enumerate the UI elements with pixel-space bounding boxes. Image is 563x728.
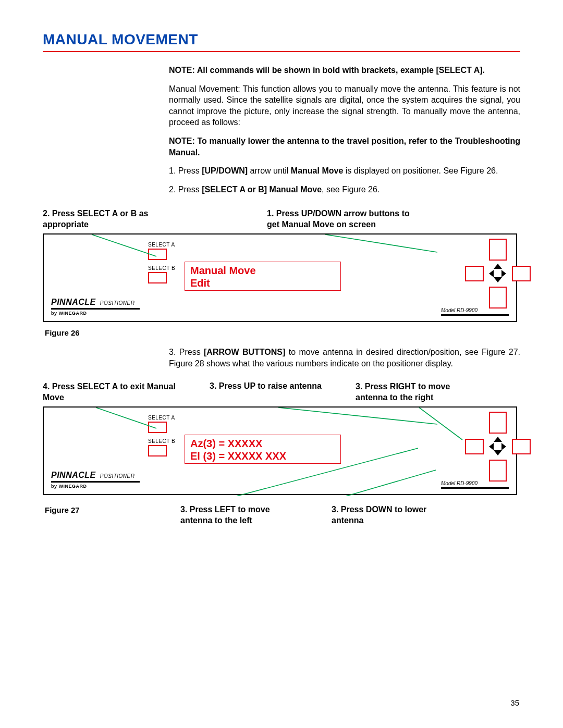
callout-left-move: 3. Press LEFT to move antenna to the lef…: [180, 504, 285, 526]
arrow-right-button-2[interactable]: [512, 439, 531, 454]
model-block: Model RD-9900: [441, 307, 509, 316]
svg-line-6: [346, 470, 436, 496]
model-block-2: Model RD-9900: [441, 480, 509, 489]
lcd-display-2: Az(3) = XXXXX El (3) = XXXXX XXX: [185, 435, 341, 464]
note1-suffix: .: [483, 66, 485, 75]
step3-a: 3. Press: [169, 348, 204, 356]
note1-prefix: NOTE: All commands will be shown in bold…: [169, 66, 436, 75]
model-label-2: Model RD-9900: [441, 480, 478, 486]
step2-c: , see Figure 26.: [322, 185, 380, 194]
lcd-line1: Manual Move: [190, 264, 335, 277]
note1-cmd: [SELECT A]: [436, 66, 482, 75]
step1-a: 1. Press: [169, 166, 202, 175]
step2-b: [SELECT A or B] Manual Move: [202, 185, 322, 194]
figure-27-label: Figure 27: [45, 505, 180, 514]
arrow-up-button[interactable]: [489, 239, 507, 261]
step2-a: 2. Press: [169, 185, 202, 194]
step-1: 1. Press [UP/DOWN] arrow until Manual Mo…: [169, 165, 520, 177]
title-rule: [43, 51, 520, 52]
page-number: 35: [510, 698, 519, 707]
arrow-diamond-icon-2: [490, 437, 506, 455]
step1-b: [UP/DOWN]: [202, 166, 248, 175]
step-3: 3. Press [ARROW BUTTONS] to move antenna…: [169, 347, 520, 369]
figure-26-label: Figure 26: [45, 328, 520, 337]
lcd2-line2: El (3) = XXXXX XXX: [190, 450, 335, 462]
positioner-figure-26: SELECT A SELECT B Manual Move Edit PINNA…: [43, 233, 517, 322]
step3-b: [ARROW BUTTONS]: [204, 348, 285, 356]
model-label: Model RD-9900: [441, 307, 478, 313]
select-b-label-2: SELECT B: [148, 438, 175, 444]
arrow-down-button-2[interactable]: [489, 460, 507, 482]
callout-exit: 4. Press SELECT A to exit Manual Move: [43, 381, 178, 403]
step1-c: arrow until: [248, 166, 291, 175]
callout-raise: 3. Press UP to raise antenna: [210, 381, 345, 391]
brand-pinnacle: PINNACLE: [51, 298, 96, 307]
select-b-button-2[interactable]: [148, 445, 167, 456]
callout-select-ab: 2. Press SELECT A or B as appropriate: [43, 208, 183, 230]
select-a-button-2[interactable]: [148, 422, 167, 433]
intro-paragraph: Manual Movement: This function allows yo…: [169, 83, 520, 128]
select-b-label: SELECT B: [148, 265, 175, 271]
brand-block-2: PINNACLE POSITIONER by WINEGARD: [51, 471, 140, 489]
page-title: MANUAL MOVEMENT: [43, 31, 520, 48]
callout-lower: 3. Press DOWN to lower antenna: [332, 504, 436, 526]
lcd2-line1: Az(3) = XXXXX: [190, 437, 335, 450]
brand-by-2: by WINEGARD: [51, 484, 140, 489]
brand-pinnacle-2: PINNACLE: [51, 471, 96, 480]
step-2: 2. Press [SELECT A or B] Manual Move, se…: [169, 184, 520, 195]
note-commands: NOTE: All commands will be shown in bold…: [169, 65, 520, 76]
brand-by: by WINEGARD: [51, 311, 140, 316]
svg-line-4: [419, 408, 462, 440]
lcd-line2: Edit: [190, 277, 335, 289]
svg-line-0: [92, 235, 156, 256]
svg-line-2: [96, 408, 156, 428]
callout-right: 3. Press RIGHT to move antenna to the ri…: [356, 381, 460, 403]
arrow-right-button[interactable]: [512, 266, 531, 281]
arrow-left-button[interactable]: [465, 266, 484, 281]
lcd-display: Manual Move Edit: [185, 262, 341, 291]
arrow-diamond-icon: [490, 264, 506, 282]
svg-line-1: [325, 235, 437, 252]
arrow-up-button-2[interactable]: [489, 412, 507, 434]
select-a-label-2: SELECT A: [148, 415, 175, 421]
note-travel-position: NOTE: To manually lower the antenna to t…: [169, 135, 520, 158]
positioner-figure-27: SELECT A SELECT B Az(3) = XXXXX El (3) =…: [43, 406, 517, 495]
callout-updown: 1. Press UP/DOWN arrow buttons to get Ma…: [267, 208, 423, 230]
arrow-left-button-2[interactable]: [465, 439, 484, 454]
arrow-down-button[interactable]: [489, 287, 507, 309]
select-b-button[interactable]: [148, 272, 167, 283]
brand-positioner: POSITIONER: [100, 300, 135, 306]
brand-positioner-2: POSITIONER: [100, 473, 135, 479]
svg-line-3: [278, 408, 437, 424]
step1-e: is displayed on positioner. See Figure 2…: [343, 166, 498, 175]
select-a-button[interactable]: [148, 249, 167, 260]
step1-d: Manual Move: [291, 166, 343, 175]
select-a-label: SELECT A: [148, 242, 175, 248]
brand-block: PINNACLE POSITIONER by WINEGARD: [51, 298, 140, 316]
